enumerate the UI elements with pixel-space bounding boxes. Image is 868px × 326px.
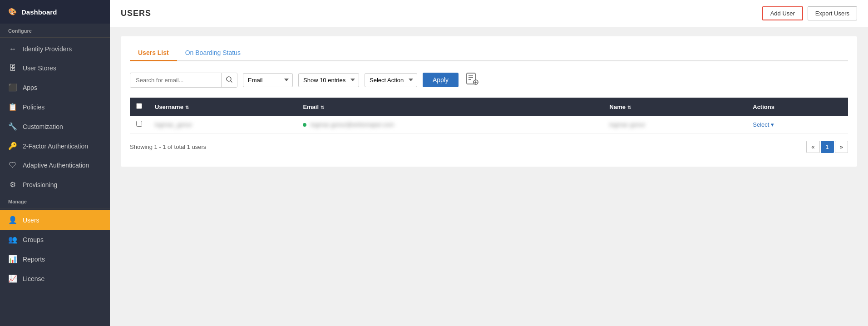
apps-icon: ⬛	[8, 83, 17, 92]
entries-select[interactable]: Show 10 entries Show 25 entries Show 50 …	[298, 73, 359, 87]
search-button[interactable]	[221, 73, 237, 87]
pagination-area: Showing 1 - 1 of total 1 users « 1 »	[130, 141, 848, 153]
pagination-next[interactable]: »	[835, 141, 848, 153]
sidebar: 🎨 Dashboard Configure ↔ Identity Provide…	[0, 0, 110, 326]
email-filter-select[interactable]: Email	[243, 73, 293, 87]
name-sort-icon: ⇅	[627, 105, 631, 110]
sidebar-label-user-stores: User Stores	[23, 64, 56, 72]
sidebar-item-license[interactable]: 📈 License	[0, 269, 110, 288]
sidebar-label-provisioning: Provisioning	[23, 181, 57, 188]
sidebar-logo: 🎨 Dashboard	[0, 0, 110, 24]
page-header: USERS Add User Export Users	[110, 0, 868, 27]
svg-line-1	[231, 81, 232, 82]
select-all-cell	[130, 98, 148, 116]
name-column-header: Name⇅	[603, 98, 747, 116]
license-icon: 📈	[8, 274, 17, 283]
email-column-header: Email⇅	[296, 98, 603, 116]
content-area: Users List On Boarding Status	[110, 27, 868, 326]
add-user-icon	[466, 72, 478, 85]
search-input[interactable]	[130, 74, 221, 87]
groups-icon: 👥	[8, 235, 17, 244]
row-username: logmac_gonur	[148, 116, 296, 133]
table-row: logmac_gonur logmac.gonur@writomaper.com…	[130, 116, 848, 133]
sidebar-item-provisioning[interactable]: ⚙ Provisioning	[0, 175, 110, 194]
sidebar-item-policies[interactable]: 📋 Policies	[0, 97, 110, 117]
manage-section-label: Manage	[0, 194, 110, 206]
sidebar-item-customization[interactable]: 🔧 Customization	[0, 117, 110, 136]
main-content: USERS Add User Export Users Users List O…	[110, 0, 868, 326]
sidebar-item-identity-providers[interactable]: ↔ Identity Providers	[0, 40, 110, 59]
sidebar-label-identity-providers: Identity Providers	[23, 45, 72, 53]
row-email: logmac.gonur@writomaper.com	[296, 116, 603, 133]
table-header-row: Username⇅ Email⇅ Name⇅ Actions	[130, 98, 848, 116]
sidebar-label-groups: Groups	[23, 236, 44, 243]
configure-section-label: Configure	[0, 24, 110, 35]
sidebar-label-policies: Policies	[23, 104, 44, 111]
2fa-icon: 🔑	[8, 142, 17, 150]
page-title: USERS	[121, 9, 151, 18]
configure-divider	[0, 37, 110, 38]
row-checkbox-cell	[130, 116, 148, 133]
search-icon	[226, 76, 232, 83]
customization-icon: 🔧	[8, 122, 17, 131]
sidebar-item-users[interactable]: 👤 Users	[0, 210, 110, 230]
users-table: Username⇅ Email⇅ Name⇅ Actions	[130, 98, 848, 133]
sidebar-label-adaptive-auth: Adaptive Authentication	[23, 162, 89, 169]
pagination: « 1 »	[806, 141, 848, 153]
identity-providers-icon: ↔	[8, 45, 17, 53]
policies-icon: 📋	[8, 103, 17, 111]
adaptive-auth-icon: 🛡	[8, 161, 17, 169]
action-select[interactable]: Select Action Delete Export	[365, 73, 417, 87]
users-card: Users List On Boarding Status	[121, 36, 857, 167]
row-name: logmac gonur	[603, 116, 747, 133]
sidebar-label-license: License	[23, 275, 44, 282]
tab-onboarding-status[interactable]: On Boarding Status	[177, 45, 249, 61]
manage-divider	[0, 208, 110, 208]
apply-button[interactable]: Apply	[423, 73, 459, 87]
sidebar-label-2fa: 2-Factor Authentication	[23, 143, 88, 150]
users-icon: 👤	[8, 216, 17, 224]
pagination-page-1[interactable]: 1	[821, 141, 834, 153]
user-stores-icon: 🗄	[8, 64, 17, 72]
email-sort-icon: ⇅	[321, 105, 324, 110]
sidebar-item-adaptive-auth[interactable]: 🛡 Adaptive Authentication	[0, 156, 110, 175]
username-sort-icon: ⇅	[185, 105, 189, 110]
email-status-dot	[303, 123, 306, 127]
pagination-prev[interactable]: «	[806, 141, 819, 153]
logo-icon: 🎨	[8, 8, 17, 16]
sidebar-item-2fa[interactable]: 🔑 2-Factor Authentication	[0, 136, 110, 156]
select-all-checkbox[interactable]	[136, 103, 142, 109]
showing-text: Showing 1 - 1 of total 1 users	[130, 143, 206, 150]
sidebar-label-apps: Apps	[23, 84, 37, 91]
sidebar-label-users: Users	[23, 217, 39, 224]
row-select-link[interactable]: Select ▾	[753, 121, 774, 128]
toolbar: Email Show 10 entries Show 25 entries Sh…	[130, 70, 848, 89]
add-user-icon-button[interactable]	[464, 70, 480, 89]
sidebar-item-user-stores[interactable]: 🗄 User Stores	[0, 59, 110, 78]
sidebar-label-customization: Customization	[23, 123, 63, 130]
app-name: Dashboard	[21, 8, 57, 16]
sidebar-item-apps[interactable]: ⬛ Apps	[0, 78, 110, 97]
username-column-header: Username⇅	[148, 98, 296, 116]
sidebar-label-reports: Reports	[23, 256, 45, 263]
actions-column-header: Actions	[746, 98, 848, 116]
tab-users-list[interactable]: Users List	[130, 45, 177, 61]
export-users-button[interactable]: Export Users	[808, 6, 857, 20]
header-buttons: Add User Export Users	[762, 6, 857, 20]
sidebar-item-groups[interactable]: 👥 Groups	[0, 230, 110, 249]
row-actions: Select ▾	[746, 116, 848, 133]
sidebar-item-reports[interactable]: 📊 Reports	[0, 249, 110, 269]
row-checkbox[interactable]	[136, 121, 142, 127]
provisioning-icon: ⚙	[8, 180, 17, 189]
search-wrapper	[130, 73, 237, 88]
tabs: Users List On Boarding Status	[130, 45, 848, 61]
add-user-button[interactable]: Add User	[762, 6, 803, 20]
reports-icon: 📊	[8, 255, 17, 263]
